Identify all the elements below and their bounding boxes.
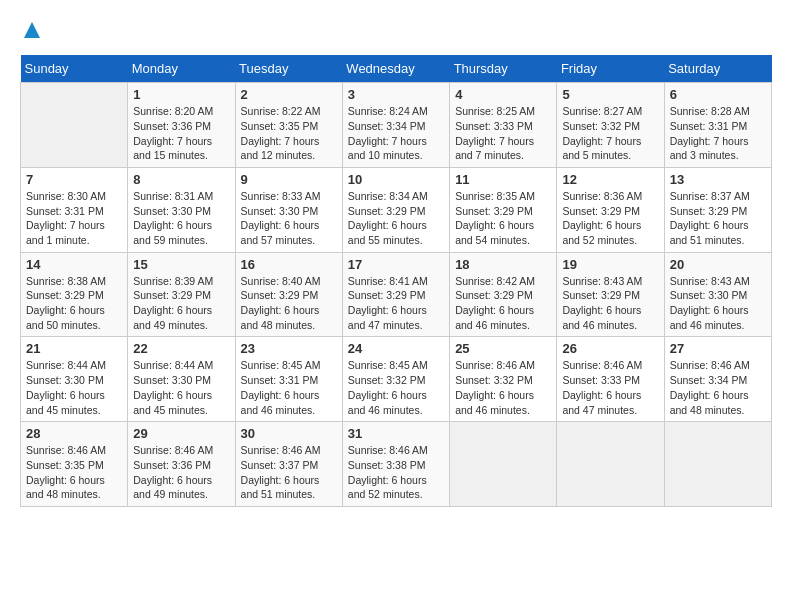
day-number: 30 (241, 426, 337, 441)
column-header-friday: Friday (557, 55, 664, 83)
day-info: Sunrise: 8:37 AM Sunset: 3:29 PM Dayligh… (670, 189, 766, 248)
calendar-week-2: 7Sunrise: 8:30 AM Sunset: 3:31 PM Daylig… (21, 167, 772, 252)
calendar-cell: 15Sunrise: 8:39 AM Sunset: 3:29 PM Dayli… (128, 252, 235, 337)
calendar-cell: 14Sunrise: 8:38 AM Sunset: 3:29 PM Dayli… (21, 252, 128, 337)
calendar-cell: 2Sunrise: 8:22 AM Sunset: 3:35 PM Daylig… (235, 83, 342, 168)
day-number: 17 (348, 257, 444, 272)
day-info: Sunrise: 8:46 AM Sunset: 3:37 PM Dayligh… (241, 443, 337, 502)
calendar-cell (450, 422, 557, 507)
calendar-week-3: 14Sunrise: 8:38 AM Sunset: 3:29 PM Dayli… (21, 252, 772, 337)
calendar-cell: 13Sunrise: 8:37 AM Sunset: 3:29 PM Dayli… (664, 167, 771, 252)
day-number: 11 (455, 172, 551, 187)
day-number: 8 (133, 172, 229, 187)
calendar-cell: 11Sunrise: 8:35 AM Sunset: 3:29 PM Dayli… (450, 167, 557, 252)
calendar-cell: 7Sunrise: 8:30 AM Sunset: 3:31 PM Daylig… (21, 167, 128, 252)
calendar-week-5: 28Sunrise: 8:46 AM Sunset: 3:35 PM Dayli… (21, 422, 772, 507)
day-info: Sunrise: 8:35 AM Sunset: 3:29 PM Dayligh… (455, 189, 551, 248)
day-info: Sunrise: 8:27 AM Sunset: 3:32 PM Dayligh… (562, 104, 658, 163)
day-number: 13 (670, 172, 766, 187)
calendar-cell (557, 422, 664, 507)
day-info: Sunrise: 8:42 AM Sunset: 3:29 PM Dayligh… (455, 274, 551, 333)
logo-text (20, 20, 42, 45)
calendar-week-1: 1Sunrise: 8:20 AM Sunset: 3:36 PM Daylig… (21, 83, 772, 168)
calendar-cell: 1Sunrise: 8:20 AM Sunset: 3:36 PM Daylig… (128, 83, 235, 168)
calendar-cell: 22Sunrise: 8:44 AM Sunset: 3:30 PM Dayli… (128, 337, 235, 422)
calendar-cell: 10Sunrise: 8:34 AM Sunset: 3:29 PM Dayli… (342, 167, 449, 252)
day-info: Sunrise: 8:43 AM Sunset: 3:30 PM Dayligh… (670, 274, 766, 333)
day-info: Sunrise: 8:28 AM Sunset: 3:31 PM Dayligh… (670, 104, 766, 163)
day-info: Sunrise: 8:30 AM Sunset: 3:31 PM Dayligh… (26, 189, 122, 248)
day-number: 19 (562, 257, 658, 272)
calendar-cell: 26Sunrise: 8:46 AM Sunset: 3:33 PM Dayli… (557, 337, 664, 422)
day-number: 24 (348, 341, 444, 356)
calendar-cell: 17Sunrise: 8:41 AM Sunset: 3:29 PM Dayli… (342, 252, 449, 337)
day-info: Sunrise: 8:38 AM Sunset: 3:29 PM Dayligh… (26, 274, 122, 333)
day-info: Sunrise: 8:33 AM Sunset: 3:30 PM Dayligh… (241, 189, 337, 248)
day-number: 7 (26, 172, 122, 187)
day-number: 16 (241, 257, 337, 272)
page-header (20, 20, 772, 45)
calendar-cell: 30Sunrise: 8:46 AM Sunset: 3:37 PM Dayli… (235, 422, 342, 507)
day-info: Sunrise: 8:22 AM Sunset: 3:35 PM Dayligh… (241, 104, 337, 163)
day-info: Sunrise: 8:31 AM Sunset: 3:30 PM Dayligh… (133, 189, 229, 248)
day-number: 23 (241, 341, 337, 356)
logo (20, 20, 42, 45)
calendar-cell (21, 83, 128, 168)
day-info: Sunrise: 8:36 AM Sunset: 3:29 PM Dayligh… (562, 189, 658, 248)
day-number: 1 (133, 87, 229, 102)
day-info: Sunrise: 8:20 AM Sunset: 3:36 PM Dayligh… (133, 104, 229, 163)
day-info: Sunrise: 8:46 AM Sunset: 3:32 PM Dayligh… (455, 358, 551, 417)
calendar-cell: 3Sunrise: 8:24 AM Sunset: 3:34 PM Daylig… (342, 83, 449, 168)
day-number: 28 (26, 426, 122, 441)
day-info: Sunrise: 8:46 AM Sunset: 3:36 PM Dayligh… (133, 443, 229, 502)
day-info: Sunrise: 8:25 AM Sunset: 3:33 PM Dayligh… (455, 104, 551, 163)
day-number: 25 (455, 341, 551, 356)
calendar-cell: 9Sunrise: 8:33 AM Sunset: 3:30 PM Daylig… (235, 167, 342, 252)
day-number: 20 (670, 257, 766, 272)
calendar-cell (664, 422, 771, 507)
calendar-cell: 31Sunrise: 8:46 AM Sunset: 3:38 PM Dayli… (342, 422, 449, 507)
calendar-cell: 5Sunrise: 8:27 AM Sunset: 3:32 PM Daylig… (557, 83, 664, 168)
day-info: Sunrise: 8:44 AM Sunset: 3:30 PM Dayligh… (26, 358, 122, 417)
calendar-cell: 25Sunrise: 8:46 AM Sunset: 3:32 PM Dayli… (450, 337, 557, 422)
day-number: 22 (133, 341, 229, 356)
day-info: Sunrise: 8:45 AM Sunset: 3:31 PM Dayligh… (241, 358, 337, 417)
calendar-cell: 21Sunrise: 8:44 AM Sunset: 3:30 PM Dayli… (21, 337, 128, 422)
day-info: Sunrise: 8:39 AM Sunset: 3:29 PM Dayligh… (133, 274, 229, 333)
calendar-cell: 4Sunrise: 8:25 AM Sunset: 3:33 PM Daylig… (450, 83, 557, 168)
day-number: 31 (348, 426, 444, 441)
day-info: Sunrise: 8:24 AM Sunset: 3:34 PM Dayligh… (348, 104, 444, 163)
calendar-cell: 19Sunrise: 8:43 AM Sunset: 3:29 PM Dayli… (557, 252, 664, 337)
calendar-cell: 23Sunrise: 8:45 AM Sunset: 3:31 PM Dayli… (235, 337, 342, 422)
calendar-cell: 24Sunrise: 8:45 AM Sunset: 3:32 PM Dayli… (342, 337, 449, 422)
day-info: Sunrise: 8:40 AM Sunset: 3:29 PM Dayligh… (241, 274, 337, 333)
day-number: 2 (241, 87, 337, 102)
calendar-cell: 28Sunrise: 8:46 AM Sunset: 3:35 PM Dayli… (21, 422, 128, 507)
day-number: 6 (670, 87, 766, 102)
day-info: Sunrise: 8:34 AM Sunset: 3:29 PM Dayligh… (348, 189, 444, 248)
calendar-week-4: 21Sunrise: 8:44 AM Sunset: 3:30 PM Dayli… (21, 337, 772, 422)
day-number: 14 (26, 257, 122, 272)
day-info: Sunrise: 8:46 AM Sunset: 3:33 PM Dayligh… (562, 358, 658, 417)
column-header-thursday: Thursday (450, 55, 557, 83)
day-number: 5 (562, 87, 658, 102)
calendar-table: SundayMondayTuesdayWednesdayThursdayFrid… (20, 55, 772, 507)
svg-marker-0 (24, 22, 40, 38)
column-header-sunday: Sunday (21, 55, 128, 83)
day-info: Sunrise: 8:46 AM Sunset: 3:38 PM Dayligh… (348, 443, 444, 502)
day-info: Sunrise: 8:43 AM Sunset: 3:29 PM Dayligh… (562, 274, 658, 333)
calendar-cell: 18Sunrise: 8:42 AM Sunset: 3:29 PM Dayli… (450, 252, 557, 337)
calendar-cell: 16Sunrise: 8:40 AM Sunset: 3:29 PM Dayli… (235, 252, 342, 337)
column-header-monday: Monday (128, 55, 235, 83)
day-info: Sunrise: 8:46 AM Sunset: 3:35 PM Dayligh… (26, 443, 122, 502)
day-number: 4 (455, 87, 551, 102)
calendar-cell: 29Sunrise: 8:46 AM Sunset: 3:36 PM Dayli… (128, 422, 235, 507)
calendar-cell: 8Sunrise: 8:31 AM Sunset: 3:30 PM Daylig… (128, 167, 235, 252)
day-number: 10 (348, 172, 444, 187)
day-number: 21 (26, 341, 122, 356)
day-number: 26 (562, 341, 658, 356)
day-info: Sunrise: 8:46 AM Sunset: 3:34 PM Dayligh… (670, 358, 766, 417)
column-header-wednesday: Wednesday (342, 55, 449, 83)
calendar-cell: 20Sunrise: 8:43 AM Sunset: 3:30 PM Dayli… (664, 252, 771, 337)
day-number: 29 (133, 426, 229, 441)
